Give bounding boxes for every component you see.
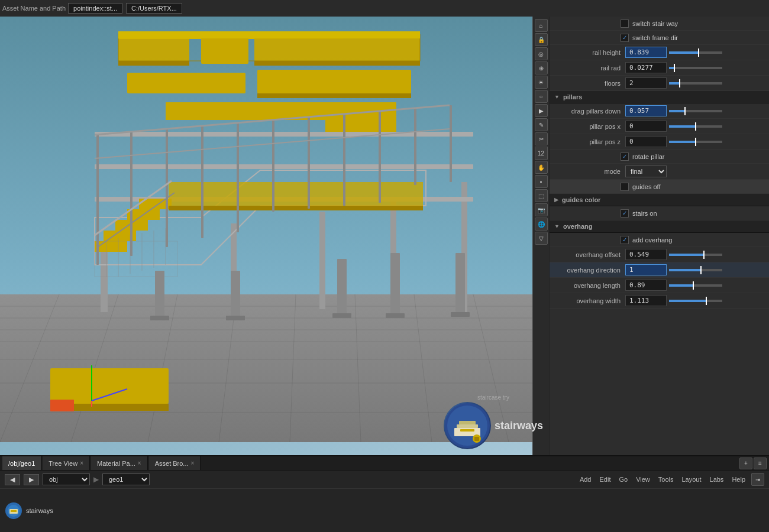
mode-select[interactable]: final preview [625,166,667,177]
guides-off-checkbox[interactable] [621,183,629,191]
svg-rect-51 [237,123,239,232]
vc-box-btn[interactable]: ▪ [535,175,548,188]
menu-view[interactable]: View [636,476,650,483]
overhang-width-slider[interactable] [669,300,722,302]
tab-obj-geo1[interactable]: /obj/geo1 [2,456,41,470]
vc-lock-btn[interactable]: 🔒 [535,33,548,46]
forward-btn[interactable]: ▶ [24,474,39,485]
guides-off-row: guides off [550,180,769,194]
vc-scissors-btn[interactable]: ✂ [535,132,548,145]
vc-target-btn[interactable]: ⊕ [535,61,548,74]
vc-sphere-btn[interactable]: ○ [535,90,548,103]
properties-panel: switch stair way ✓ switch frame dir rail… [549,17,769,455]
rail-height-value[interactable]: 0.839 [625,47,667,58]
mode-row: mode final preview [550,164,769,180]
svg-rect-90 [457,424,478,428]
svg-rect-98 [11,510,17,512]
vc-orbit-btn[interactable]: ◎ [535,47,548,60]
stairs-on-checkbox[interactable]: ✓ [621,209,629,218]
overhang-section-header[interactable]: ▼ overhang [550,220,769,233]
svg-rect-69 [155,271,164,318]
pillar-pos-x-value[interactable]: 0 [625,121,667,132]
pillars-section-header[interactable]: ▼ pillars [550,91,769,103]
add-overhang-checkbox[interactable]: ✓ [621,236,629,244]
tab-asset-close[interactable]: × [191,460,195,466]
pillar-pos-z-label: pillar pos z [554,138,625,145]
overhang-direction-value[interactable]: 1 [625,264,667,275]
svg-rect-91 [459,421,476,424]
menu-labs[interactable]: Labs [710,476,724,483]
pillar-pos-x-slider[interactable] [669,125,722,128]
geo-select[interactable]: geo1 [102,473,150,485]
switch-frame-dir-row: ✓ switch frame dir [550,31,769,45]
back-btn[interactable]: ◀ [5,474,20,485]
tab-material-close[interactable]: × [138,460,141,466]
overhang-length-value[interactable]: 0.89 [625,280,667,291]
tab-material-pa[interactable]: Material Pa... × [91,456,148,470]
guides-color-arrow: ▶ [554,197,558,203]
tab-tree-view-close[interactable]: × [80,460,83,466]
bottom-content: stairways [0,489,769,532]
tab-asset-bro[interactable]: Asset Bro... × [149,456,201,470]
tab-options-btn[interactable]: ≡ [754,458,767,469]
menu-add[interactable]: Add [580,476,592,483]
pillar-pos-x-row: pillar pos x 0 [550,119,769,134]
rail-height-slider[interactable] [669,51,722,54]
stairs-on-label: stairs on [632,210,657,217]
svg-rect-92 [460,429,474,432]
svg-rect-48 [130,132,133,256]
guides-color-header[interactable]: ▶ guides color [550,194,769,206]
menu-layout[interactable]: Layout [681,476,701,483]
svg-rect-49 [166,129,168,247]
vc-pencil-btn[interactable]: ✎ [535,118,548,131]
vc-globe-btn[interactable]: 🌐 [535,218,548,231]
overhang-width-value[interactable]: 1.113 [625,295,667,306]
svg-rect-47 [96,135,99,265]
overhang-offset-slider[interactable] [669,254,722,256]
obj-select[interactable]: obj [43,473,90,485]
svg-rect-33 [319,212,325,309]
vc-light-btn[interactable]: ☀ [535,76,548,89]
menu-go[interactable]: Go [619,476,628,483]
vc-expand-btn[interactable]: ▽ [535,232,548,245]
pillar-pos-z-slider[interactable] [669,141,722,143]
vc-camera-btn[interactable]: 📷 [535,203,548,216]
overhang-direction-slider[interactable] [669,269,722,271]
menu-edit[interactable]: Edit [599,476,610,483]
vc-hand-btn[interactable]: ✋ [535,161,548,174]
switch-stair-way-row: switch stair way [550,17,769,31]
pillar-pos-z-value[interactable]: 0 [625,136,667,147]
menu-tools[interactable]: Tools [658,476,674,483]
pillars-section-label: pillars [563,93,582,100]
main-area: Persp No cam [0,17,769,455]
svg-rect-40 [95,241,127,252]
overhang-offset-value[interactable]: 0.549 [625,249,667,260]
add-overhang-label: add overhang [632,236,672,244]
drag-pillars-down-row: drag pillars down 0.057 [550,103,769,119]
rotate-pillar-checkbox[interactable]: ✓ [621,153,629,161]
svg-rect-71 [337,259,347,315]
vc-play-btn[interactable]: ▶ [535,104,548,117]
overhang-direction-row: overhang direction 1 [550,262,769,278]
tab-tree-view[interactable]: Tree View × [43,456,90,470]
svg-rect-73 [455,253,465,315]
vc-home-btn[interactable]: ⌂ [535,19,548,32]
viewport[interactable]: Persp No cam [0,17,549,455]
rail-height-label: rail height [554,49,625,56]
drag-pillars-down-value[interactable]: 0.057 [625,105,667,116]
floors-slider[interactable] [669,82,722,85]
floors-value[interactable]: 2 [625,77,667,89]
rotate-pillar-row: ✓ rotate pillar [550,150,769,164]
overhang-length-slider[interactable] [669,284,722,287]
menu-help[interactable]: Help [732,476,745,483]
switch-stair-way-checkbox[interactable] [621,20,629,28]
overhang-direction-label: overhang direction [554,267,625,274]
switch-frame-dir-checkbox[interactable]: ✓ [621,34,629,42]
expand-panel-btn[interactable]: ⇥ [751,473,764,486]
tab-add-btn[interactable]: + [739,458,752,469]
svg-rect-27 [257,70,411,93]
drag-pillars-slider[interactable] [669,110,722,112]
rail-rad-value[interactable]: 0.0277 [625,62,667,73]
vc-select-btn[interactable]: ⬚ [535,189,548,202]
rail-rad-slider[interactable] [669,67,722,69]
